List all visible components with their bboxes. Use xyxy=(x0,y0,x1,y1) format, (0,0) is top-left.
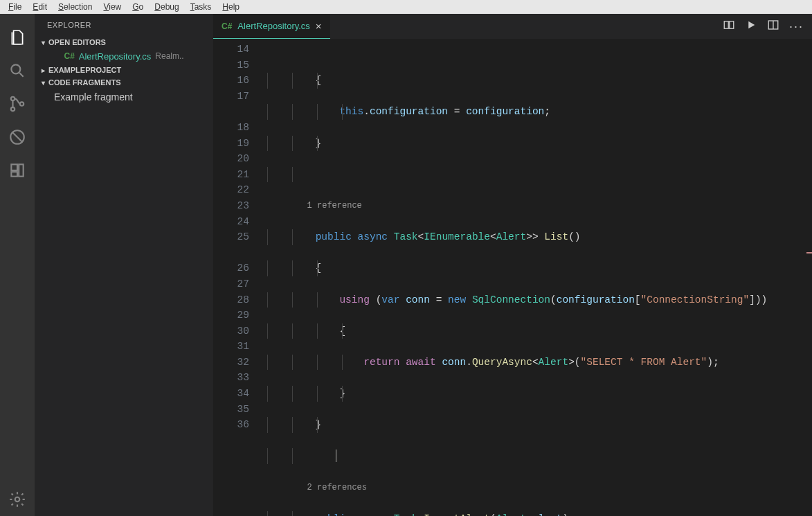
editor-area: C# AlertRepository.cs × ··· 141516171819… xyxy=(213,14,812,516)
source-control-icon[interactable] xyxy=(0,87,35,121)
line-number: 22 xyxy=(213,182,267,198)
tab-alertrepository[interactable]: C# AlertRepository.cs × xyxy=(213,14,330,39)
chevron-down-icon: ▾ xyxy=(37,39,48,46)
line-number: 26 xyxy=(213,260,267,276)
code-fragments-header[interactable]: ▾ CODE FRAGMENTS xyxy=(35,76,213,89)
line-gutter: 1415161718192021222324252627282930313233… xyxy=(213,39,267,516)
line-number: 32 xyxy=(213,355,267,371)
svg-point-0 xyxy=(11,64,20,73)
svg-rect-9 xyxy=(724,21,728,29)
fragment-item[interactable]: Example fragment xyxy=(35,89,213,105)
svg-rect-7 xyxy=(19,164,23,176)
line-number: 34 xyxy=(213,386,267,402)
open-editor-path: Realm.. xyxy=(155,51,183,61)
sidebar: EXPLORER ▾ OPEN EDITORS ● C# AlertReposi… xyxy=(35,14,213,516)
minimap-marker xyxy=(806,252,812,253)
menu-go[interactable]: Go xyxy=(127,2,149,12)
open-editors-header[interactable]: ▾ OPEN EDITORS xyxy=(35,36,213,48)
menu-selection[interactable]: Selection xyxy=(53,2,98,12)
line-number: 35 xyxy=(213,402,267,418)
run-icon[interactable] xyxy=(745,19,757,34)
split-editor-icon[interactable] xyxy=(767,19,779,34)
explorer-icon[interactable] xyxy=(0,21,35,54)
menu-help[interactable]: Help xyxy=(217,2,245,12)
csharp-file-icon: C# xyxy=(64,51,74,61)
svg-rect-10 xyxy=(730,21,734,29)
svg-point-3 xyxy=(20,102,24,105)
compare-icon[interactable] xyxy=(723,19,735,34)
svg-point-1 xyxy=(11,97,15,100)
line-number: 19 xyxy=(213,136,267,152)
line-number: 17 xyxy=(213,89,267,105)
menu-tasks[interactable]: Tasks xyxy=(185,2,217,12)
code-editor[interactable]: 1415161718192021222324252627282930313233… xyxy=(213,39,812,516)
svg-point-8 xyxy=(15,497,20,502)
open-editor-filename: AlertRepository.cs xyxy=(79,51,152,62)
menu-file[interactable]: File xyxy=(3,2,27,12)
debug-icon[interactable] xyxy=(0,121,35,154)
line-number: 23 xyxy=(213,198,267,214)
project-header[interactable]: ▸ EXAMPLEPROJECT xyxy=(35,64,213,76)
line-number xyxy=(213,245,267,261)
line-number xyxy=(213,104,267,120)
search-icon[interactable] xyxy=(0,54,35,87)
line-number: 14 xyxy=(213,42,267,57)
line-number: 28 xyxy=(213,292,267,308)
line-number: 21 xyxy=(213,167,267,183)
line-number: 15 xyxy=(213,57,267,73)
svg-rect-6 xyxy=(11,172,17,177)
sidebar-title: EXPLORER xyxy=(35,14,213,36)
chevron-down-icon: ▾ xyxy=(37,79,48,87)
editor-actions: ··· xyxy=(723,14,812,39)
line-number: 30 xyxy=(213,323,267,339)
codelens-references[interactable]: 2 references xyxy=(307,480,367,496)
settings-gear-icon[interactable] xyxy=(0,483,35,516)
line-number: 16 xyxy=(213,73,267,89)
extensions-icon[interactable] xyxy=(0,154,35,187)
csharp-file-icon: C# xyxy=(222,21,232,31)
line-number: 29 xyxy=(213,308,267,323)
menu-edit[interactable]: Edit xyxy=(27,2,53,12)
line-number: 18 xyxy=(213,120,267,136)
chevron-right-icon: ▸ xyxy=(37,66,48,74)
codelens-references[interactable]: 1 reference xyxy=(307,198,362,214)
more-icon[interactable]: ··· xyxy=(789,19,804,34)
activity-bar xyxy=(0,14,35,516)
close-icon[interactable]: × xyxy=(316,20,322,32)
line-number: 24 xyxy=(213,214,267,230)
code-content[interactable]: { this.configuration = configuration; } … xyxy=(267,39,812,516)
menubar: File Edit Selection View Go Debug Tasks … xyxy=(0,0,812,14)
line-number: 33 xyxy=(213,370,267,386)
line-number: 31 xyxy=(213,339,267,355)
line-number: 25 xyxy=(213,229,267,245)
menu-view[interactable]: View xyxy=(98,2,127,12)
tab-bar: C# AlertRepository.cs × ··· xyxy=(213,14,812,39)
svg-rect-5 xyxy=(11,164,17,170)
line-number: 27 xyxy=(213,276,267,292)
text-cursor xyxy=(336,450,336,462)
svg-point-2 xyxy=(11,107,15,111)
open-editor-item[interactable]: ● C# AlertRepository.cs Realm.. xyxy=(35,48,213,64)
line-number: 36 xyxy=(213,417,267,433)
menu-debug[interactable]: Debug xyxy=(149,2,184,12)
tab-label: AlertRepository.cs xyxy=(237,21,310,31)
line-number: 20 xyxy=(213,151,267,167)
